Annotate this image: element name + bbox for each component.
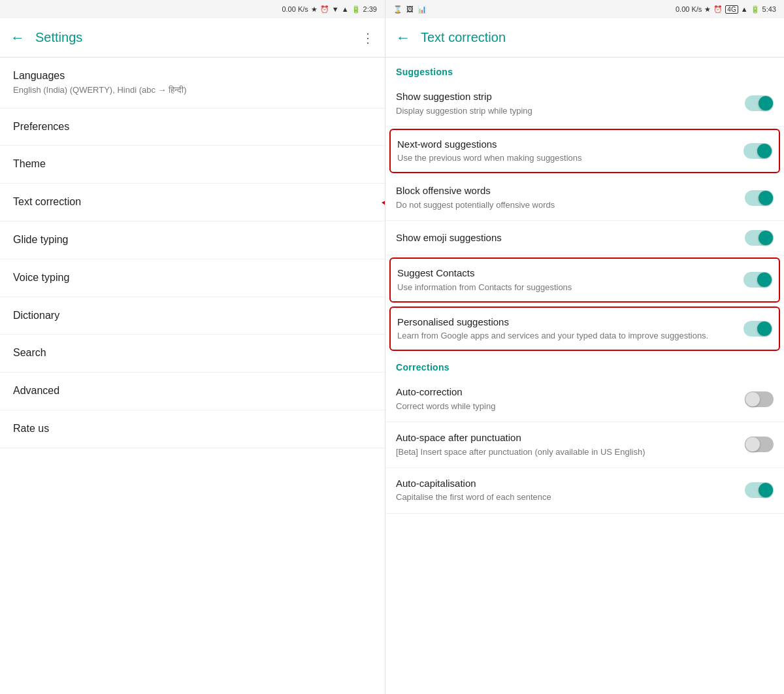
setting-title-next-word-suggestions: Next-word suggestions [397,138,736,151]
toggle-auto-capitalisation[interactable] [745,482,774,498]
corrections-section-header: Corrections [385,353,784,376]
toggle-auto-space[interactable] [745,437,774,452]
svg-marker-0 [382,183,385,222]
image-icon: 🖼 [406,5,414,13]
nav-item-glide-typing[interactable]: Glide typing [0,222,385,259]
setting-text-next-word-suggestions: Next-word suggestions Use the previous w… [397,138,743,165]
toggle-knob-show-suggestion-strip [759,96,773,110]
setting-title-personalised-suggestions: Personalised suggestions [397,316,736,329]
toggle-knob-auto-capitalisation [759,483,773,497]
setting-title-suggest-contacts: Suggest Contacts [397,267,736,280]
nav-item-preferences-title: Preferences [13,120,374,134]
nav-list: Languages English (India) (QWERTY), Hind… [0,58,385,694]
toggle-knob-next-word-suggestions [757,144,772,158]
setting-block-offensive-words[interactable]: Block offensive words Do not suggest pot… [385,175,784,221]
setting-subtitle-block-offensive-words: Do not suggest potentially offensive wor… [396,199,737,211]
hourglass-icon: ⌛ [393,5,402,14]
toggle-personalised-suggestions[interactable] [743,321,772,337]
toggle-block-offensive-words[interactable] [745,190,774,206]
setting-text-show-emoji-suggestions: Show emoji suggestions [396,231,745,244]
right-status-bar: ⌛ 🖼 📊 0.00 K/s ★ ⏰ 4G ▲ 🔋 5:43 [385,0,784,18]
right-alarm-icon: ⏰ [713,5,723,14]
setting-auto-correction[interactable]: Auto-correction Correct words while typi… [385,376,784,422]
toggle-knob-block-offensive-words [759,191,773,205]
nav-item-dictionary[interactable]: Dictionary [0,297,385,335]
toggle-knob-auto-space [745,437,760,452]
nav-item-text-correction[interactable]: Text correction [0,184,385,222]
nav-item-search-title: Search [13,346,374,360]
setting-next-word-suggestions[interactable]: Next-word suggestions Use the previous w… [389,129,780,174]
right-bluetooth-icon: ★ [704,5,711,14]
toggle-suggest-contacts[interactable] [743,272,772,288]
toggle-next-word-suggestions[interactable] [743,143,772,159]
nav-item-languages[interactable]: Languages English (India) (QWERTY), Hind… [0,58,385,108]
setting-title-auto-capitalisation: Auto-capitalisation [396,477,737,490]
setting-text-auto-capitalisation: Auto-capitalisation Capitalise the first… [396,477,745,504]
nav-item-rate-us[interactable]: Rate us [0,410,385,448]
left-panel: 0.00 K/s ★ ⏰ ▼ ▲ 🔋 2:39 ← Settings ⋮ Lan… [0,0,385,694]
right-panel: ⌛ 🖼 📊 0.00 K/s ★ ⏰ 4G ▲ 🔋 5:43 ← Text co… [385,0,784,694]
nav-item-rate-us-title: Rate us [13,422,374,436]
toggle-auto-correction[interactable] [745,391,774,407]
setting-title-auto-space: Auto-space after punctuation [396,431,737,444]
setting-subtitle-auto-capitalisation: Capitalise the first word of each senten… [396,491,737,503]
setting-suggest-contacts[interactable]: Suggest Contacts Use information from Co… [389,257,780,303]
setting-title-auto-correction: Auto-correction [396,386,737,399]
setting-show-suggestion-strip[interactable]: Show suggestion strip Display suggestion… [385,81,784,127]
setting-auto-capitalisation[interactable]: Auto-capitalisation Capitalise the first… [385,468,784,514]
nav-item-text-correction-title: Text correction [13,195,374,209]
nav-item-theme[interactable]: Theme [0,146,385,184]
setting-subtitle-show-suggestion-strip: Display suggestion strip while typing [396,105,737,117]
nav-item-advanced-title: Advanced [13,384,374,398]
nav-item-voice-typing-title: Voice typing [13,271,374,285]
right-back-button[interactable]: ← [396,29,410,46]
setting-auto-space[interactable]: Auto-space after punctuation [Beta] Inse… [385,422,784,468]
nav-item-languages-title: Languages [13,69,374,83]
setting-text-personalised-suggestions: Personalised suggestions Learn from Goog… [397,316,743,342]
right-title: Text correction [421,30,774,45]
left-title: Settings [35,30,351,45]
left-time: 2:39 [363,5,377,13]
toggle-show-emoji-suggestions[interactable] [745,230,774,246]
alarm-icon: ⏰ [320,5,329,14]
more-options-button[interactable]: ⋮ [361,30,374,46]
setting-personalised-suggestions[interactable]: Personalised suggestions Learn from Goog… [389,306,780,352]
nav-item-advanced[interactable]: Advanced [0,372,385,410]
setting-text-auto-correction: Auto-correction Correct words while typi… [396,386,745,412]
right-status-right-icons: 0.00 K/s ★ ⏰ 4G ▲ 🔋 5:43 [676,5,776,14]
toggle-knob-suggest-contacts [757,273,772,287]
settings-content: Suggestions Show suggestion strip Displa… [385,58,784,694]
setting-title-block-offensive-words: Block offensive words [396,184,737,197]
setting-subtitle-auto-correction: Correct words while typing [396,401,737,412]
nav-item-languages-subtitle: English (India) (QWERTY), Hindi (abc → ह… [13,85,374,96]
setting-subtitle-auto-space: [Beta] Insert space after punctuation (o… [396,446,737,458]
nav-item-search[interactable]: Search [0,335,385,372]
setting-text-auto-space: Auto-space after punctuation [Beta] Inse… [396,431,745,458]
right-4g-icon: 4G [725,5,738,14]
toggle-knob-personalised-suggestions [757,322,772,336]
right-time: 5:43 [762,5,776,13]
left-back-button[interactable]: ← [10,29,25,46]
left-status-bar: 0.00 K/s ★ ⏰ ▼ ▲ 🔋 2:39 [0,0,385,18]
toggle-show-suggestion-strip[interactable] [745,95,774,111]
setting-subtitle-suggest-contacts: Use information from Contacts for sugges… [397,282,736,293]
wifi-icon: ▼ [332,5,339,13]
chart-icon: 📊 [417,5,427,14]
right-speed: 0.00 K/s [676,5,702,13]
toggle-knob-auto-correction [745,392,760,406]
setting-text-suggest-contacts: Suggest Contacts Use information from Co… [397,267,743,293]
setting-text-block-offensive-words: Block offensive words Do not suggest pot… [396,184,745,211]
suggestions-section-header: Suggestions [385,58,784,81]
nav-item-preferences[interactable]: Preferences [0,108,385,146]
right-battery-icon: 🔋 [751,5,760,14]
setting-title-show-suggestion-strip: Show suggestion strip [396,90,737,103]
nav-item-voice-typing[interactable]: Voice typing [0,259,385,297]
nav-item-theme-title: Theme [13,157,374,171]
setting-title-show-emoji-suggestions: Show emoji suggestions [396,231,737,244]
left-header: ← Settings ⋮ [0,18,385,58]
bluetooth-icon: ★ [311,5,318,14]
nav-item-dictionary-title: Dictionary [13,309,374,323]
battery-icon: 🔋 [351,5,361,14]
annotation-arrow [382,180,385,225]
setting-show-emoji-suggestions[interactable]: Show emoji suggestions [385,221,784,256]
